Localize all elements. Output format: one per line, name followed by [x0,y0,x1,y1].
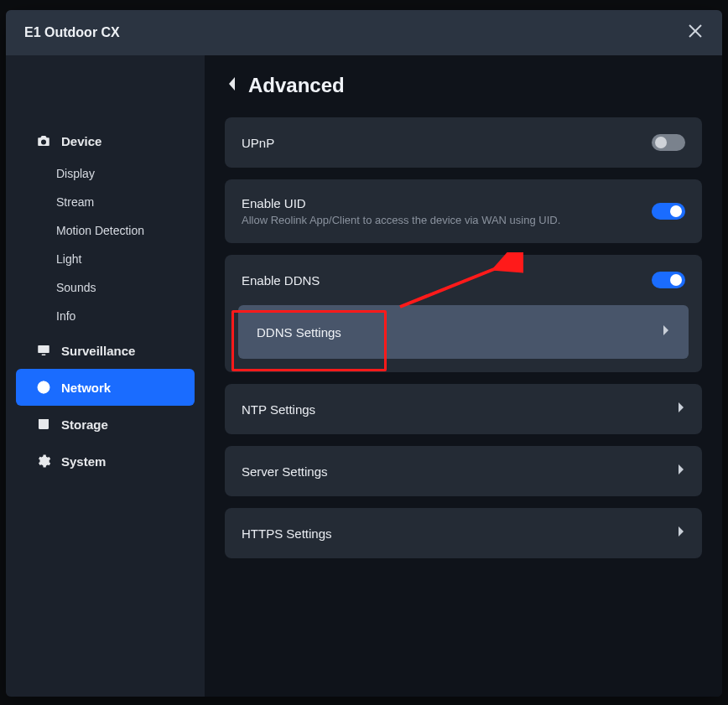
https-label: HTTPS Settings [242,526,332,541]
close-icon [688,23,703,42]
card-https: HTTPS Settings [225,508,702,558]
sidebar-item-label: Device [61,134,101,148]
sidebar-item-label: Surveillance [61,344,135,358]
content: Advanced UPnP Enable UID Allow Reolink A… [205,55,722,697]
card-ntp: NTP Settings [225,384,702,434]
uid-desc: Allow Reolink App/Client to access the d… [242,214,560,226]
ntp-settings-button[interactable]: NTP Settings [225,384,702,434]
server-settings-button[interactable]: Server Settings [225,446,702,496]
storage-icon [36,417,51,432]
sidebar-item-label: System [61,454,106,469]
https-settings-button[interactable]: HTTPS Settings [225,508,702,558]
chevron-right-icon [677,402,685,417]
ddns-enable-label: Enable DDNS [242,273,320,288]
svg-rect-2 [38,345,49,353]
card-ddns: Enable DDNS DDNS Settings [225,255,702,372]
globe-icon [36,380,51,395]
monitor-icon [36,343,51,358]
window-title: E1 Outdoor CX [24,25,120,40]
page-header-back[interactable]: Advanced [225,74,702,97]
sidebar-item-device[interactable]: Device [6,122,205,159]
upnp-toggle[interactable] [652,134,685,151]
chevron-right-icon [677,464,685,479]
camera-icon [36,133,51,148]
titlebar: E1 Outdoor CX [6,10,722,55]
sidebar-sub-sounds[interactable]: Sounds [6,273,205,302]
sidebar-item-network[interactable]: Network [16,369,195,406]
server-label: Server Settings [242,464,328,479]
card-uid: Enable UID Allow Reolink App/Client to a… [225,179,702,243]
svg-rect-6 [39,419,49,422]
chevron-right-icon [677,526,685,541]
sidebar-sub-display[interactable]: Display [6,159,205,188]
card-server: Server Settings [225,446,702,496]
card-upnp: UPnP [225,117,702,168]
sidebar: Device Display Stream Motion Detection L… [6,55,205,697]
settings-window: E1 Outdoor CX Device Display Stream Moti… [6,10,722,697]
page-title: Advanced [248,74,345,97]
sidebar-item-system[interactable]: System [6,443,205,480]
chevron-left-icon [225,75,238,96]
sidebar-item-label: Network [61,381,111,395]
svg-rect-3 [42,355,46,356]
sidebar-sub-info[interactable]: Info [6,302,205,330]
gear-icon [36,454,51,469]
upnp-label: UPnP [242,136,274,150]
uid-label: Enable UID [242,196,560,210]
ddns-settings-label: DDNS Settings [257,325,341,340]
sidebar-sub-light[interactable]: Light [6,245,205,273]
ddns-enable-toggle[interactable] [652,272,685,288]
chevron-right-icon [662,324,670,340]
close-button[interactable] [684,21,707,44]
sidebar-item-surveillance[interactable]: Surveillance [6,332,205,369]
uid-toggle[interactable] [652,203,685,220]
sidebar-sub-motion[interactable]: Motion Detection [6,216,205,245]
ntp-label: NTP Settings [242,402,315,417]
sidebar-item-storage[interactable]: Storage [6,406,205,443]
sidebar-item-label: Storage [61,417,108,432]
sidebar-sub-stream[interactable]: Stream [6,188,205,216]
ddns-settings-button[interactable]: DDNS Settings [238,305,689,359]
